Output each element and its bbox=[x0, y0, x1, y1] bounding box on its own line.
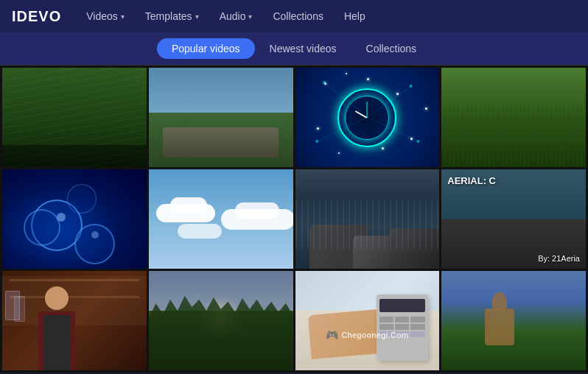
video-thumb-1[interactable] bbox=[2, 68, 147, 167]
video-thumb-4[interactable] bbox=[441, 68, 586, 167]
svg-point-4 bbox=[323, 81, 326, 84]
nav-templates-label: Templates bbox=[145, 10, 192, 22]
tabs-bar: Popular videos Newest videos Collections bbox=[0, 32, 588, 66]
video-grid: AERIAL: C By: 21Aeria bbox=[0, 66, 588, 373]
watermark: 🎮 Chegoonegi.Com bbox=[326, 329, 408, 341]
svg-point-6 bbox=[416, 140, 419, 143]
chevron-down-icon: ▾ bbox=[248, 13, 252, 21]
nav-templates[interactable]: Templates ▾ bbox=[142, 0, 202, 32]
logo: IDEVO bbox=[12, 8, 61, 25]
nav-help-label: Help bbox=[344, 10, 365, 22]
nav-collections[interactable]: Collections bbox=[270, 0, 326, 32]
svg-point-7 bbox=[315, 140, 318, 143]
video-thumb-11[interactable]: 🎮 Chegoonegi.Com bbox=[295, 271, 440, 370]
nav-help[interactable]: Help bbox=[341, 0, 368, 32]
nav-audio[interactable]: Audio ▾ bbox=[217, 0, 256, 32]
chevron-down-icon: ▾ bbox=[121, 13, 125, 21]
watermark-icon: 🎮 bbox=[326, 329, 338, 341]
tab-newest-videos[interactable]: Newest videos bbox=[255, 38, 351, 59]
nav-audio-label: Audio bbox=[220, 10, 246, 22]
video-thumb-10[interactable] bbox=[149, 271, 293, 370]
tab-popular-videos[interactable]: Popular videos bbox=[157, 38, 255, 59]
video-thumb-3[interactable] bbox=[295, 68, 440, 167]
chevron-down-icon: ▾ bbox=[195, 13, 199, 21]
navbar: IDEVO Videos ▾ Templates ▾ Audio ▾ Colle… bbox=[0, 0, 588, 32]
svg-point-5 bbox=[409, 85, 412, 88]
watermark-text: Chegoonegi.Com bbox=[341, 331, 408, 339]
video-thumb-9[interactable] bbox=[2, 271, 147, 370]
video-thumb-5[interactable] bbox=[2, 169, 147, 269]
video-thumb-8[interactable]: AERIAL: C By: 21Aeria bbox=[441, 169, 586, 269]
video-thumb-12[interactable] bbox=[441, 271, 586, 370]
aerial-label: AERIAL: C bbox=[447, 175, 496, 186]
by-label: By: 21Aeria bbox=[538, 254, 580, 263]
video-thumb-2[interactable] bbox=[149, 68, 293, 167]
video-thumb-7[interactable] bbox=[295, 169, 440, 269]
video-thumb-6[interactable] bbox=[149, 169, 293, 269]
chef-figure bbox=[38, 286, 75, 370]
tab-collections[interactable]: Collections bbox=[351, 38, 431, 59]
nav-videos[interactable]: Videos ▾ bbox=[83, 0, 127, 32]
nav-collections-label: Collections bbox=[273, 10, 323, 22]
nav-videos-label: Videos bbox=[86, 10, 118, 22]
